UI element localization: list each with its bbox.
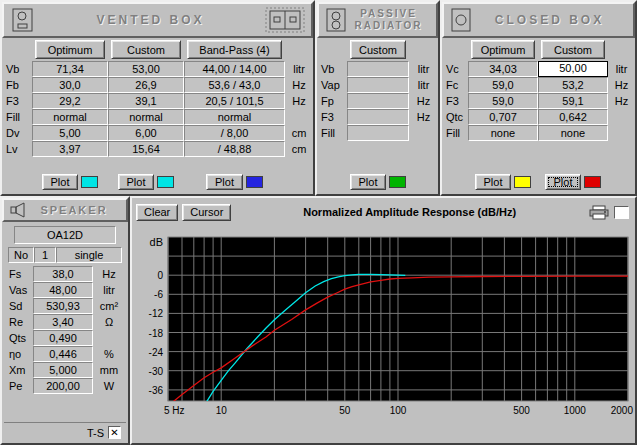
passive-radiator-table: Custom Vb litr Vap — [317, 38, 438, 194]
closed-custom-button[interactable]: Custom — [541, 40, 605, 59]
vented-rows: Vb 71,34 53,00 44,00 / 14,00 litr Fb 30,… — [2, 61, 313, 157]
passive-plot-button[interactable]: Plot — [350, 174, 387, 190]
unit-label: % — [93, 346, 125, 362]
value-cell[interactable]: normal — [32, 109, 108, 125]
value-cell[interactable] — [347, 93, 409, 109]
speaker-model[interactable]: OA12D — [14, 226, 116, 244]
row-label: Fill — [2, 109, 32, 125]
passive-custom-button[interactable]: Custom — [350, 40, 406, 59]
vented-custom-button[interactable]: Custom — [111, 40, 181, 59]
response-plot[interactable]: dB0-6-12-18-24-30-365 Hz1050100500100020… — [138, 235, 637, 421]
closed-optimum-button[interactable]: Optimum — [471, 40, 535, 59]
no-label-cell: No — [8, 247, 34, 263]
row-label: Fill — [442, 125, 468, 141]
closed-box-panel: CLOSED BOX Optimum Custom Vc 34,03 50,00 — [440, 0, 637, 196]
unit-label: Hz — [608, 93, 635, 109]
value-cell[interactable]: 26,9 — [108, 77, 184, 93]
value-cell[interactable]: 50,00 — [538, 61, 608, 77]
value-cell[interactable] — [347, 109, 409, 125]
plot-color-swatch — [246, 176, 263, 188]
vented-bandpass-button[interactable]: Band-Pass (4) — [187, 40, 282, 59]
value-cell[interactable]: 71,34 — [32, 61, 108, 77]
value-cell[interactable]: none — [468, 125, 538, 141]
value-cell[interactable]: 53,2 — [538, 77, 608, 93]
value-cell[interactable]: 39,1 — [108, 93, 184, 109]
row-label: F3 — [442, 93, 468, 109]
value-cell[interactable]: none — [538, 125, 608, 141]
passive-plot-row: Plot — [317, 173, 438, 191]
value-cell[interactable]: / 8,00 — [184, 125, 285, 141]
closed-box-icon — [450, 7, 472, 33]
bandpass-box-icon[interactable] — [265, 7, 305, 33]
row-label: Fs — [5, 266, 33, 282]
table-row: Qts 0,490 — [2, 330, 128, 346]
ts-checkbox[interactable]: ✕ — [108, 426, 121, 439]
value-cell[interactable]: 5,000 — [33, 362, 93, 378]
no-value-cell[interactable]: 1 — [34, 247, 56, 263]
value-cell[interactable]: 53,00 — [108, 61, 184, 77]
value-cell[interactable]: 5,00 — [32, 125, 108, 141]
svg-text:0: 0 — [157, 270, 163, 281]
wiring-cell[interactable]: single — [56, 247, 122, 263]
value-cell[interactable] — [347, 61, 409, 77]
row-label: Vas — [5, 282, 33, 298]
vented-box-icon — [10, 7, 36, 33]
clear-button[interactable]: Clear — [136, 204, 178, 221]
table-row: Vb 71,34 53,00 44,00 / 14,00 litr — [2, 61, 313, 77]
vented-optimum-button[interactable]: Optimum — [35, 40, 105, 59]
value-cell[interactable]: 0,642 — [538, 109, 608, 125]
vented-custom-plot-button[interactable]: Plot — [118, 174, 155, 190]
value-cell[interactable]: 59,0 — [468, 77, 538, 93]
value-cell[interactable]: 200,00 — [33, 378, 93, 394]
value-cell[interactable]: normal — [108, 109, 184, 125]
value-cell[interactable]: 6,00 — [108, 125, 184, 141]
value-cell[interactable]: 29,2 — [32, 93, 108, 109]
value-cell[interactable]: 530,93 — [33, 298, 93, 314]
table-row: Xm 5,000 mm — [2, 362, 128, 378]
closed-optimum-plot-button[interactable]: Plot — [475, 174, 512, 190]
unit-label: Hz — [285, 93, 313, 109]
value-cell[interactable]: 53,6 / 43,0 — [184, 77, 285, 93]
table-row: Vc 34,03 50,00 litr — [442, 61, 635, 77]
table-row: F3 Hz — [317, 109, 438, 125]
value-cell[interactable]: 20,5 / 101,5 — [184, 93, 285, 109]
value-cell[interactable] — [347, 125, 409, 141]
cursor-button[interactable]: Cursor — [182, 204, 231, 221]
svg-text:1000: 1000 — [564, 405, 587, 416]
white-indicator-box[interactable] — [614, 206, 629, 219]
value-cell[interactable]: 15,64 — [108, 141, 184, 157]
unit-label: litr — [409, 61, 438, 77]
value-cell[interactable]: 3,40 — [33, 314, 93, 330]
value-cell[interactable]: / 48,88 — [184, 141, 285, 157]
value-cell[interactable]: normal — [184, 109, 285, 125]
value-cell[interactable]: 3,97 — [32, 141, 108, 157]
value-cell[interactable]: 38,0 — [33, 266, 93, 282]
table-row: Fill — [317, 125, 438, 141]
value-cell[interactable]: 30,0 — [32, 77, 108, 93]
svg-text:10: 10 — [216, 405, 228, 416]
svg-text:5 Hz: 5 Hz — [164, 405, 185, 416]
unit-label: litr — [93, 282, 125, 298]
closed-box-header: CLOSED BOX — [442, 2, 635, 38]
table-row: Fs 38,0 Hz — [2, 266, 128, 282]
value-cell[interactable]: 0,490 — [33, 330, 93, 346]
value-cell[interactable]: 34,03 — [468, 61, 538, 77]
closed-custom-plot-button[interactable]: Plot — [545, 174, 582, 190]
value-cell[interactable] — [347, 77, 409, 93]
value-cell[interactable]: 59,1 — [538, 93, 608, 109]
passive-column-headers: Custom — [317, 40, 438, 61]
value-cell[interactable]: 0,446 — [33, 346, 93, 362]
plot-color-swatch — [514, 176, 531, 188]
value-cell[interactable]: 44,00 / 14,00 — [184, 61, 285, 77]
value-cell[interactable]: 48,00 — [33, 282, 93, 298]
passive-radiator-panel: PASSIVE RADIATOR Custom Vb litr — [315, 0, 440, 196]
table-row: Re 3,40 Ω — [2, 314, 128, 330]
value-cell[interactable]: 0,707 — [468, 109, 538, 125]
vented-optimum-plot-button[interactable]: Plot — [42, 174, 79, 190]
svg-text:100: 100 — [390, 405, 407, 416]
printer-icon[interactable] — [588, 205, 610, 220]
vented-bandpass-plot-button[interactable]: Plot — [206, 174, 243, 190]
value-cell[interactable]: 59,0 — [468, 93, 538, 109]
unit-label: mm — [93, 362, 125, 378]
unit-label — [409, 125, 438, 141]
